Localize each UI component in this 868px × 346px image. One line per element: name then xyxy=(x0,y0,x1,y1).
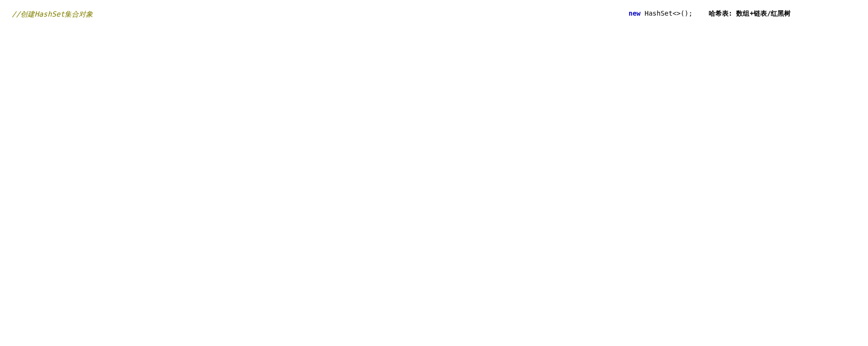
hashtable-diagram: new HashSet<>(); 哈希表: 数组+链表/红黑树 96354 0 … xyxy=(629,9,847,19)
diagram-caption: new HashSet<>(); 哈希表: 数组+链表/红黑树 xyxy=(629,9,847,18)
code-block: //创建HashSet集合对象 HashSet<String> set = ne… xyxy=(12,9,439,19)
code-line: //创建HashSet集合对象 HashSet<String> set = ne… xyxy=(12,9,439,19)
